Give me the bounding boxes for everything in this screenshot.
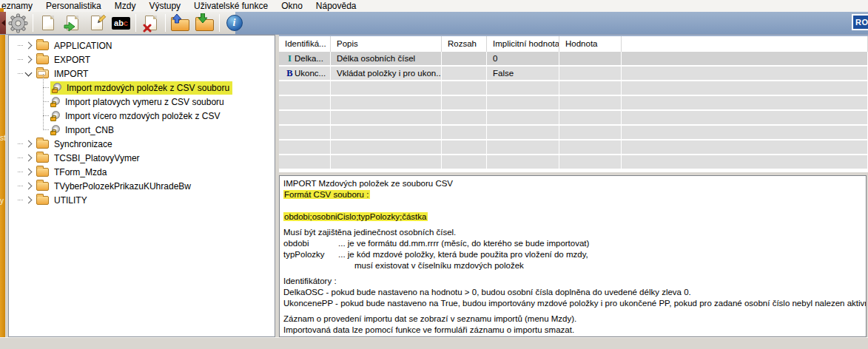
description-line: Importovaná data lze pomocí funkce ve fo… [283, 325, 866, 336]
toolbar-separator [219, 14, 220, 32]
toolbar-separator [135, 14, 136, 32]
chevron-right-icon[interactable] [25, 42, 33, 50]
panel-collapse-handle[interactable] [0, 12, 6, 34]
menu-item-napoveda[interactable]: Nápověda [309, 1, 363, 11]
tree-item-import-cnb[interactable]: Import_CNB [9, 123, 275, 137]
info-button[interactable]: i [223, 13, 246, 33]
tree-item-import-mzdovych-polozek[interactable]: Import mzdových položek z CSV souboru [9, 81, 275, 95]
left-arrow-icon [1, 20, 5, 26]
tree-item-export[interactable]: EXPORT [9, 52, 275, 67]
description-line: typPolozky... je kód mzdové položky, kte… [283, 249, 866, 260]
tree-item-import[interactable]: IMPORT [9, 67, 275, 81]
table-row-empty [279, 155, 868, 169]
edit-record-button[interactable] [85, 13, 108, 33]
table-row-empty [279, 111, 868, 124]
chevron-right-icon[interactable] [25, 56, 33, 64]
menu-bar: eznamy Personalistika Mzdy Výstupy Uživa… [0, 0, 868, 12]
tree-item-tvyberpolozek[interactable]: TVyberPolozekPrikazuKUhradeBw [9, 179, 275, 193]
description-title: IMPORT Mzdových položek ze souboru CSV [283, 178, 866, 189]
toolbar-blue-area: RO [235, 12, 868, 34]
tree-item-synchronizace[interactable]: Synchronizace [9, 137, 275, 151]
red-x-icon [143, 24, 152, 33]
folder-icon [36, 154, 49, 163]
chevron-right-icon[interactable] [25, 197, 33, 204]
function-lock-icon [50, 111, 61, 121]
settings-button[interactable] [7, 13, 30, 33]
description-line: UkoncenePP - pokud bude nastaveno na Tru… [283, 298, 866, 309]
strip-text-fragment: st [0, 134, 5, 142]
import-button[interactable] [193, 13, 216, 33]
folder-icon [36, 41, 49, 50]
duplicate-record-button[interactable] [61, 13, 84, 33]
tree-item-tform-mzda[interactable]: TForm_Mzda [9, 165, 275, 179]
blue-up-arrow-icon [172, 14, 182, 24]
column-header-implicitni-hodnota[interactable]: Implicitní hodnota [487, 36, 559, 52]
ron-logo: RO [852, 14, 868, 30]
folder-icon [36, 140, 49, 149]
chevron-right-icon[interactable] [25, 169, 33, 176]
table-row-empty [279, 81, 868, 95]
abc-icon: abc [112, 17, 130, 30]
function-tree-panel: APPLICATION EXPORT IMPORT Import mzdovýc… [8, 35, 275, 337]
description-line: musí existovat v číselníku mzdových polo… [283, 260, 866, 271]
type-boolean-icon: B [285, 67, 295, 80]
column-header-hodnota[interactable]: Hodnota [559, 36, 622, 52]
folder-icon [36, 168, 49, 177]
green-arrow-icon [64, 21, 75, 32]
table-header-row: Identifiká... Popis Rozsah Implicitní ho… [279, 36, 868, 52]
table-row[interactable]: IDelka... Délka osobních čísel 0 [279, 52, 868, 65]
table-row[interactable]: BUkonc... Vkládat položky i pro ukon... … [279, 67, 868, 80]
menu-item-vystupy[interactable]: Výstupy [142, 1, 187, 11]
menu-item-seznamy[interactable]: eznamy [0, 1, 39, 11]
description-line: Musí být zajištěna jedinečnost osobních … [283, 227, 866, 238]
menu-item-okno[interactable]: Okno [275, 1, 309, 11]
description-line: DelkaOSC - pokud bude nastaveno na hodno… [283, 287, 866, 298]
description-panel: IMPORT Mzdových položek ze souboru CSV F… [279, 175, 867, 337]
menu-item-personalistika[interactable]: Personalistika [39, 1, 108, 11]
status-bar [0, 337, 868, 349]
new-record-button[interactable] [36, 13, 59, 33]
tree-item-import-vicero[interactable]: Import vícero mzdových položek z CSV [9, 109, 275, 123]
export-button[interactable] [169, 13, 192, 33]
menu-item-mzdy[interactable]: Mzdy [108, 1, 143, 11]
green-down-arrow-icon [198, 13, 208, 23]
toolbar: RO [0, 12, 868, 35]
column-header-rozsah[interactable]: Rozsah [442, 36, 487, 52]
function-lock-icon [50, 125, 61, 135]
table-row-empty [279, 96, 868, 109]
function-lock-icon [52, 83, 63, 93]
table-row-empty [279, 140, 868, 154]
strip-text-fragment: y [0, 197, 4, 205]
toolbar-separator [165, 14, 166, 32]
folder-icon [36, 55, 49, 64]
pencil-icon [95, 14, 107, 25]
type-integer-icon: I [285, 52, 295, 65]
function-lock-icon [50, 97, 61, 107]
side-strip[interactable]: st y [0, 35, 5, 337]
description-line: obdobi... je ve formátu dd.mm.rrrr (měsí… [283, 238, 866, 249]
table-row-empty [279, 126, 868, 139]
highlighted-text: Formát CSV souboru : [283, 190, 370, 199]
new-document-icon [42, 16, 54, 30]
info-icon: i [226, 15, 243, 31]
chevron-right-icon[interactable] [25, 155, 33, 162]
tree-item-application[interactable]: APPLICATION [9, 38, 275, 52]
tree-item-import-platovych-vymeru[interactable]: Import platovych vymeru z CSV souboru [9, 95, 275, 109]
chevron-right-icon[interactable] [25, 140, 33, 148]
folder-icon [36, 196, 49, 205]
menu-item-uzivatelske-funkce[interactable]: Uživatelské funkce [187, 1, 275, 11]
delete-record-button[interactable] [139, 13, 162, 33]
description-line: Identifikátory : [283, 276, 866, 287]
properties-table: Identifiká... Popis Rozsah Implicitní ho… [279, 35, 868, 172]
folder-icon [36, 182, 49, 191]
tree-item-tcsbi-platovyvymer[interactable]: TCSBI_PlatovyVymer [9, 151, 275, 165]
toolbar-separator [33, 14, 33, 32]
highlighted-csv-format: obdobi;osobniCislo;typPolozky;částka [283, 212, 428, 221]
column-header-identifikator[interactable]: Identifiká... [279, 36, 331, 52]
rename-button[interactable]: abc [110, 13, 132, 33]
chevron-down-icon[interactable] [25, 69, 33, 76]
column-header-popis[interactable]: Popis [331, 36, 442, 52]
description-line: Záznam o provedení importu dat se zobraz… [283, 314, 866, 325]
tree-item-utility[interactable]: UTILITY [9, 193, 275, 207]
chevron-right-icon[interactable] [25, 183, 33, 190]
